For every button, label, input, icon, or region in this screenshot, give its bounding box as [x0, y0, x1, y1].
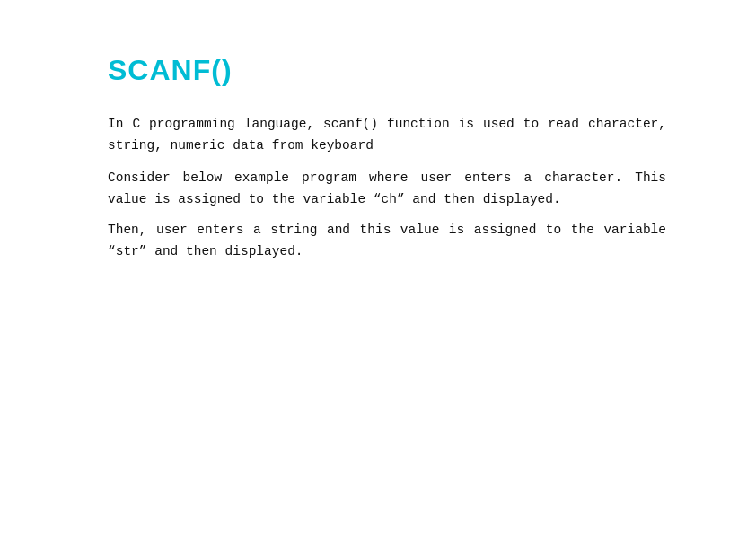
paragraph-2-block: Consider below example program where use… [108, 168, 666, 211]
paragraph-2-text: Consider below example program where use… [108, 168, 666, 211]
paragraph-1-block: In C programming language, scanf() funct… [108, 114, 666, 157]
paragraph-3-text: Then, user enters a string and this valu… [108, 220, 666, 263]
slide-container: SCANF() In C programming language, scanf… [0, 0, 756, 534]
paragraph-1-text: In C programming language, scanf() funct… [108, 114, 666, 157]
slide-title: SCANF() [108, 54, 666, 87]
paragraph-3-block: Then, user enters a string and this valu… [108, 220, 666, 263]
